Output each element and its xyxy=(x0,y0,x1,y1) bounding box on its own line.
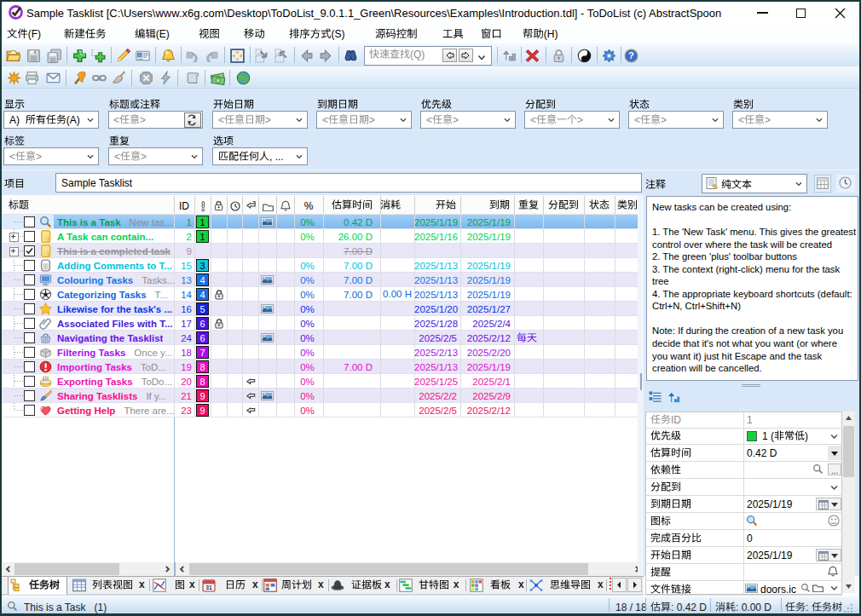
svg-text:31: 31 xyxy=(205,584,212,590)
svg-text:?: ? xyxy=(628,50,634,60)
